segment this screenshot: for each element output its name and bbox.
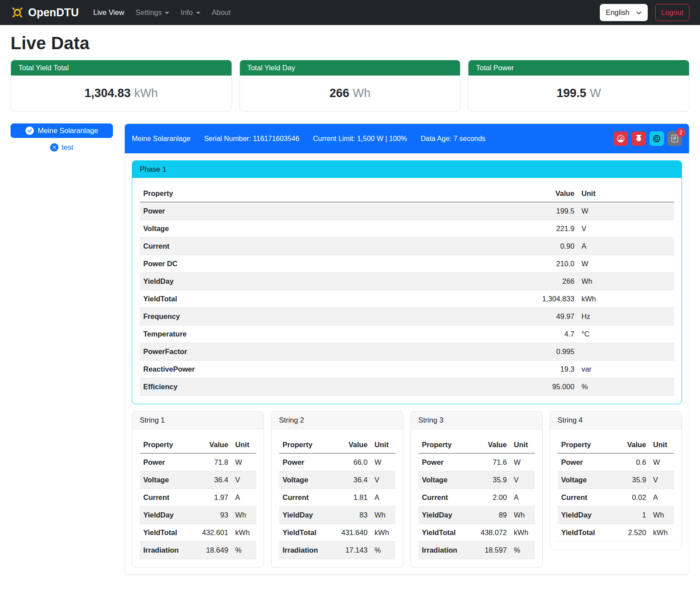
table-row: Current1.81A (279, 489, 395, 507)
table-row: PowerFactor0.995 (140, 343, 674, 361)
property-cell: Voltage (140, 220, 514, 238)
language-select[interactable]: English (600, 4, 647, 21)
brand[interactable]: OpenDTU (11, 6, 79, 19)
table-row: YieldDay266Wh (140, 273, 674, 290)
unit-cell: Wh (510, 507, 535, 524)
navbar: OpenDTU Live View Settings Info About En… (0, 0, 700, 25)
cpu-icon (653, 135, 660, 142)
value-cell: 266 (514, 273, 578, 290)
inverter-toolbar: 2 (613, 131, 682, 146)
table-header-row: Property Value Unit (140, 437, 256, 453)
value-cell: 0.6 (611, 453, 649, 471)
property-cell: Temperature (140, 326, 514, 343)
logout-button[interactable]: Logout (655, 4, 689, 21)
summary-card-unit: Wh (353, 87, 371, 100)
table-row: Current0.90A (140, 238, 674, 255)
table-row: YieldTotal432.601kWh (140, 524, 256, 542)
table-row: YieldDay89Wh (418, 507, 535, 524)
value-cell: 18.649 (193, 542, 232, 559)
unit-cell: W (510, 453, 535, 471)
phase-table: Property Value Unit Power199.5WVoltage22… (140, 185, 674, 396)
value-cell: 71.6 (472, 453, 510, 471)
table-header-row: Property Value Unit (558, 437, 674, 453)
table-header-row: Property Value Unit (140, 185, 674, 202)
table-row: Frequency49.97Hz (140, 308, 674, 326)
summary-card-title: Total Power (468, 60, 689, 76)
property-cell: Current (140, 489, 193, 507)
property-cell: YieldTotal (558, 524, 611, 542)
table-row: Power71.8W (140, 453, 256, 471)
brand-label: OpenDTU (28, 6, 79, 19)
speedometer-icon (617, 135, 624, 142)
sidebar-item-label: test (62, 143, 73, 152)
unit-cell: W (578, 202, 674, 220)
property-cell: Current (140, 238, 514, 255)
unit-cell: var (578, 361, 674, 378)
navbar-right: English Logout (600, 4, 689, 21)
unit-cell: A (510, 489, 535, 507)
unit-cell: % (371, 542, 395, 559)
unit-cell: A (649, 489, 674, 507)
summary-card-total-yield-day: Total Yield Day 266Wh (239, 60, 461, 112)
property-cell: YieldTotal (418, 524, 472, 542)
value-cell: 95.000 (514, 378, 578, 396)
table-row: YieldDay83Wh (279, 507, 395, 524)
table-row: YieldDay1Wh (558, 507, 674, 524)
property-cell: YieldTotal (140, 290, 514, 308)
property-cell: Voltage (279, 471, 333, 489)
value-cell: 0.995 (514, 343, 578, 361)
table-row: Irradiation17.143% (279, 542, 395, 559)
power-button[interactable] (631, 131, 646, 146)
summary-card-title: Total Yield Day (240, 60, 461, 76)
value-cell: 35.9 (472, 471, 510, 489)
unit-cell: A (578, 238, 674, 255)
phase-card-title: Phase 1 (132, 161, 682, 178)
property-cell: Irradiation (418, 542, 472, 559)
event-log-button[interactable]: 2 (667, 131, 682, 146)
property-cell: YieldTotal (279, 524, 333, 542)
table-row: Voltage35.9V (558, 471, 674, 489)
unit-cell: °C (578, 326, 674, 343)
table-row: YieldDay93Wh (140, 507, 256, 524)
value-cell: 1.81 (333, 489, 371, 507)
column-header: Value (472, 437, 510, 453)
summary-card-total-power: Total Power 199.5W (468, 60, 689, 112)
property-cell: Power (279, 453, 333, 471)
string-card-2: String 2 Property Value Unit (271, 411, 403, 568)
unit-cell: Wh (232, 507, 256, 524)
table-row: Voltage35.9V (418, 471, 535, 489)
string-card-3: String 3 Property Value Unit (410, 411, 543, 568)
nav-item-about[interactable]: About (212, 5, 231, 20)
chevron-down-icon (165, 12, 169, 14)
sidebar-item-test[interactable]: test (11, 143, 113, 152)
inverter-limit: Current Limit: 1,500 W | 100% (313, 135, 407, 143)
nav-item-info[interactable]: Info (181, 5, 200, 20)
nav-item-settings[interactable]: Settings (136, 5, 170, 20)
value-cell: 49.97 (514, 308, 578, 326)
unit-cell: V (232, 471, 256, 489)
property-cell: YieldDay (140, 507, 193, 524)
table-row: ReactivePower19.3var (140, 361, 674, 378)
unit-cell: W (649, 453, 674, 471)
value-cell: 438.072 (472, 524, 510, 542)
value-cell: 1,304.833 (514, 290, 578, 308)
language-select-value: English (606, 8, 629, 17)
value-cell: 0.02 (611, 489, 649, 507)
unit-cell: Wh (371, 507, 395, 524)
limit-settings-button[interactable] (613, 131, 628, 146)
device-info-button[interactable] (649, 131, 664, 146)
value-cell: 36.4 (193, 471, 232, 489)
sidebar-item-meine-solaranlage[interactable]: Meine Solaranlage (11, 123, 113, 138)
inverter-name: Meine Solaranlage (132, 135, 190, 143)
string-3-table: Property Value Unit Power71.6WVoltage35.… (418, 437, 535, 559)
table-row: Power0.6W (558, 453, 674, 471)
unit-cell (578, 343, 674, 361)
column-header: Value (514, 185, 578, 202)
column-header: Unit (649, 437, 674, 453)
table-row: Power DC210.0W (140, 255, 674, 273)
nav-item-live-view[interactable]: Live View (93, 5, 124, 20)
value-cell: 4.7 (514, 326, 578, 343)
value-cell: 2.00 (472, 489, 510, 507)
table-row: YieldTotal1,304.833kWh (140, 290, 674, 308)
value-cell: 431.640 (333, 524, 371, 542)
